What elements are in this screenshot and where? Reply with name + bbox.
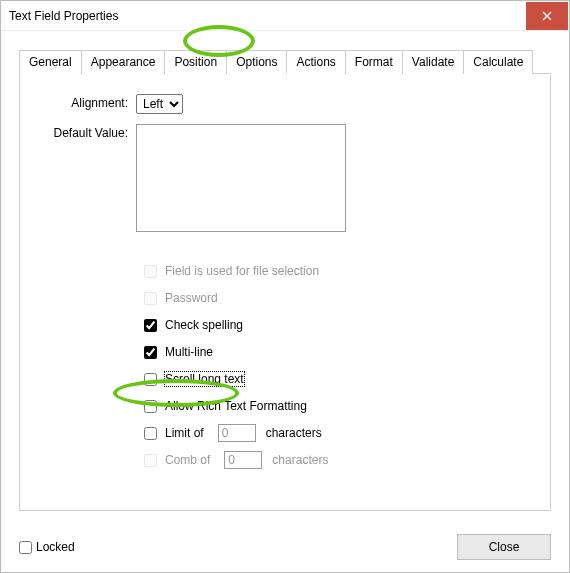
tab-validate[interactable]: Validate	[403, 50, 464, 74]
check-spelling-label: Check spelling	[165, 318, 243, 332]
close-icon[interactable]	[526, 2, 568, 30]
tab-general[interactable]: General	[19, 50, 82, 74]
limit-of-label: Limit of	[165, 426, 204, 440]
locked-checkbox[interactable]	[19, 541, 32, 554]
tab-actions[interactable]: Actions	[287, 50, 345, 74]
tab-appearance[interactable]: Appearance	[82, 50, 166, 74]
file-selection-label: Field is used for file selection	[165, 264, 319, 278]
comb-of-label: Comb of	[165, 453, 210, 467]
options-group: Field is used for file selection Passwor…	[144, 262, 530, 469]
footer: Locked Close	[1, 522, 569, 572]
limit-of-checkbox[interactable]	[144, 427, 157, 440]
options-panel: Alignment: Left Default Value: Field is …	[19, 73, 551, 511]
window-title: Text Field Properties	[9, 9, 526, 23]
alignment-label: Alignment:	[40, 94, 136, 110]
limit-chars-label: characters	[266, 426, 322, 440]
allow-rtf-label: Allow Rich Text Formatting	[165, 399, 307, 413]
default-value-textarea[interactable]	[136, 124, 346, 232]
allow-rtf-checkbox[interactable]	[144, 400, 157, 413]
tab-calculate[interactable]: Calculate	[464, 50, 533, 74]
limit-value-input	[218, 424, 256, 442]
file-selection-checkbox	[144, 265, 157, 278]
tabbar: General Appearance Position Options Acti…	[19, 49, 551, 73]
alignment-select[interactable]: Left	[136, 94, 183, 114]
scroll-long-text-checkbox[interactable]	[144, 373, 157, 386]
dialog-window: Text Field Properties General Appearance…	[0, 0, 570, 573]
multiline-checkbox[interactable]	[144, 346, 157, 359]
comb-chars-label: characters	[272, 453, 328, 467]
default-value-label: Default Value:	[40, 124, 136, 140]
check-spelling-checkbox[interactable]	[144, 319, 157, 332]
scroll-long-text-label: Scroll long text	[165, 372, 244, 386]
tab-format[interactable]: Format	[346, 50, 403, 74]
tab-position[interactable]: Position	[165, 50, 227, 74]
comb-of-checkbox	[144, 454, 157, 467]
tab-options[interactable]: Options	[227, 50, 287, 74]
titlebar: Text Field Properties	[1, 1, 569, 31]
password-checkbox	[144, 292, 157, 305]
multiline-label: Multi-line	[165, 345, 213, 359]
dialog-body: General Appearance Position Options Acti…	[1, 31, 569, 522]
locked-label: Locked	[36, 540, 75, 554]
comb-value-input	[224, 451, 262, 469]
close-button[interactable]: Close	[457, 534, 551, 560]
password-label: Password	[165, 291, 218, 305]
